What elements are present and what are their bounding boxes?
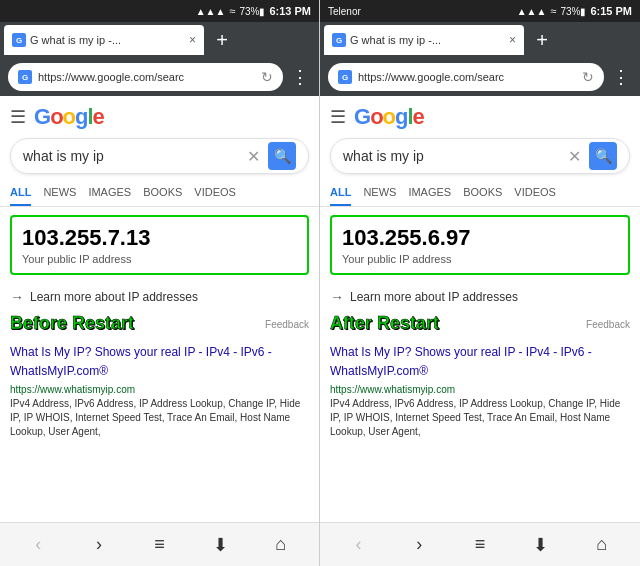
wifi-icon: ≈: [550, 5, 556, 17]
result-description: IPv4 Address, IPv6 Address, IP Address L…: [320, 395, 640, 441]
battery-icon: 73%▮: [560, 6, 586, 17]
status-right: ▲▲▲ ≈ 73%▮ 6:15 PM: [517, 5, 632, 17]
menu-button[interactable]: ≡: [141, 527, 177, 563]
tab-books[interactable]: BOOKS: [463, 180, 502, 206]
new-tab-button[interactable]: +: [208, 26, 236, 54]
signal-icon: ▲▲▲: [517, 6, 547, 17]
time-label: 6:15 PM: [590, 5, 632, 17]
address-input[interactable]: G https://www.google.com/searc ↻: [8, 63, 283, 91]
phone-panel-before: ▲▲▲ ≈ 73%▮ 6:13 PM G G what is my ip -..…: [0, 0, 320, 566]
new-tab-button[interactable]: +: [528, 26, 556, 54]
search-clear-button[interactable]: ✕: [568, 147, 581, 166]
search-button[interactable]: 🔍: [589, 142, 617, 170]
reload-icon[interactable]: ↻: [261, 69, 273, 85]
feedback-button[interactable]: Feedback: [586, 319, 630, 330]
time-label: 6:13 PM: [269, 5, 311, 17]
learn-more-text[interactable]: Learn more about IP addresses: [30, 290, 198, 304]
search-box[interactable]: what is my ip ✕ 🔍: [330, 138, 630, 174]
ip-address-label: Your public IP address: [342, 253, 618, 265]
nav-bar: ‹ › ≡ ⬇ ⌂: [320, 522, 640, 566]
ip-result-box: 103.255.7.13 Your public IP address: [10, 215, 309, 275]
tab-all[interactable]: ALL: [330, 180, 351, 206]
tab-images[interactable]: IMAGES: [88, 180, 131, 206]
result-link-anchor[interactable]: What Is My IP? Shows your real IP - IPv4…: [10, 345, 272, 378]
tab-videos[interactable]: VIDEOS: [514, 180, 556, 206]
tab-favicon: G: [12, 33, 26, 47]
download-button[interactable]: ⬇: [202, 527, 238, 563]
address-favicon: G: [18, 70, 32, 84]
hamburger-menu[interactable]: ☰: [330, 106, 346, 128]
status-right: ▲▲▲ ≈ 73%▮ 6:13 PM: [196, 5, 311, 17]
tab-images[interactable]: IMAGES: [408, 180, 451, 206]
tab-favicon: G: [332, 33, 346, 47]
result-link[interactable]: What Is My IP? Shows your real IP - IPv4…: [320, 338, 640, 384]
google-logo: Google: [354, 104, 424, 130]
back-button[interactable]: ‹: [340, 527, 376, 563]
search-box[interactable]: what is my ip ✕ 🔍: [10, 138, 309, 174]
ip-result-box: 103.255.6.97 Your public IP address: [330, 215, 630, 275]
status-left: Telenor: [328, 6, 361, 17]
forward-button[interactable]: ›: [81, 527, 117, 563]
phone-panel-after: Telenor ▲▲▲ ≈ 73%▮ 6:15 PM G G what is m…: [320, 0, 640, 566]
back-button[interactable]: ‹: [20, 527, 56, 563]
tab-bar: G G what is my ip -... × +: [0, 22, 319, 58]
nav-bar: ‹ › ≡ ⬇ ⌂: [0, 522, 319, 566]
tab-close-button[interactable]: ×: [189, 33, 196, 47]
menu-dots-button[interactable]: ⋮: [289, 66, 311, 88]
download-button[interactable]: ⬇: [523, 527, 559, 563]
search-tabs: ALL NEWS IMAGES BOOKS VIDEOS: [0, 180, 319, 207]
status-bar: Telenor ▲▲▲ ≈ 73%▮ 6:15 PM: [320, 0, 640, 22]
active-tab[interactable]: G G what is my ip -... ×: [324, 25, 524, 55]
search-query-text: what is my ip: [343, 148, 568, 164]
search-query-text: what is my ip: [23, 148, 247, 164]
learn-more-row: → Learn more about IP addresses: [0, 283, 319, 311]
reload-icon[interactable]: ↻: [582, 69, 594, 85]
result-link[interactable]: What Is My IP? Shows your real IP - IPv4…: [0, 338, 319, 384]
learn-more-row: → Learn more about IP addresses: [320, 283, 640, 311]
ip-address-label: Your public IP address: [22, 253, 297, 265]
hamburger-menu[interactable]: ☰: [10, 106, 26, 128]
page-content: ☰ Google what is my ip ✕ 🔍 ALL NEWS IMAG…: [320, 96, 640, 522]
search-clear-button[interactable]: ✕: [247, 147, 260, 166]
result-url: https://www.whatismyip.com: [320, 384, 640, 395]
address-bar: G https://www.google.com/searc ↻ ⋮: [320, 58, 640, 96]
signal-icon: ▲▲▲: [196, 6, 226, 17]
forward-button[interactable]: ›: [401, 527, 437, 563]
address-bar: G https://www.google.com/searc ↻ ⋮: [0, 58, 319, 96]
result-description: IPv4 Address, IPv6 Address, IP Address L…: [0, 395, 319, 441]
tab-videos[interactable]: VIDEOS: [194, 180, 236, 206]
tab-all[interactable]: ALL: [10, 180, 31, 206]
menu-dots-button[interactable]: ⋮: [610, 66, 632, 88]
carrier-label: Telenor: [328, 6, 361, 17]
restart-label: After Restart: [320, 311, 449, 338]
tab-news[interactable]: NEWS: [363, 180, 396, 206]
tab-news[interactable]: NEWS: [43, 180, 76, 206]
address-text: https://www.google.com/searc: [38, 71, 255, 83]
address-input[interactable]: G https://www.google.com/searc ↻: [328, 63, 604, 91]
search-button[interactable]: 🔍: [268, 142, 296, 170]
ip-address-value: 103.255.6.97: [342, 225, 618, 251]
tab-close-button[interactable]: ×: [509, 33, 516, 47]
home-button[interactable]: ⌂: [263, 527, 299, 563]
menu-button[interactable]: ≡: [462, 527, 498, 563]
tab-books[interactable]: BOOKS: [143, 180, 182, 206]
arrow-icon: →: [10, 289, 24, 305]
result-link-anchor[interactable]: What Is My IP? Shows your real IP - IPv4…: [330, 345, 592, 378]
restart-label: Before Restart: [0, 311, 144, 338]
result-url: https://www.whatismyip.com: [0, 384, 319, 395]
google-logo: Google: [34, 104, 104, 130]
google-header: ☰ Google: [320, 96, 640, 138]
home-button[interactable]: ⌂: [584, 527, 620, 563]
status-bar: ▲▲▲ ≈ 73%▮ 6:13 PM: [0, 0, 319, 22]
address-text: https://www.google.com/searc: [358, 71, 576, 83]
tab-title: G what is my ip -...: [350, 34, 505, 46]
learn-more-text[interactable]: Learn more about IP addresses: [350, 290, 518, 304]
page-content: ☰ Google what is my ip ✕ 🔍 ALL NEWS IMAG…: [0, 96, 319, 522]
arrow-icon: →: [330, 289, 344, 305]
feedback-button[interactable]: Feedback: [265, 319, 309, 330]
active-tab[interactable]: G G what is my ip -... ×: [4, 25, 204, 55]
tab-title: G what is my ip -...: [30, 34, 185, 46]
address-favicon: G: [338, 70, 352, 84]
tab-bar: G G what is my ip -... × +: [320, 22, 640, 58]
battery-icon: 73%▮: [239, 6, 265, 17]
